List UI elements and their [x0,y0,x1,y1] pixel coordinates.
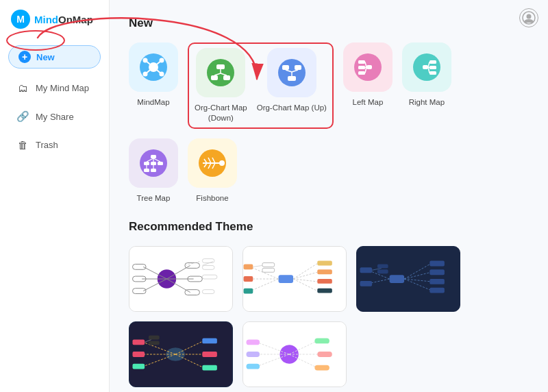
svg-rect-144 [247,364,260,369]
map-card-tree-map[interactable]: Tree Map [129,138,178,204]
map-card-left-map[interactable]: Left Map [343,42,393,129]
map-card-org-chart-up[interactable]: Org-Chart Map (Up) [257,48,327,123]
right-map-icon [412,52,442,82]
svg-rect-28 [358,71,365,75]
user-avatar[interactable] [519,8,538,27]
sidebar-item-my-share[interactable]: 🔗 My Share [5,103,103,130]
svg-rect-125 [133,339,145,345]
svg-rect-96 [317,289,332,293]
sidebar-item-label: My Mind Map [36,83,89,93]
svg-rect-82 [279,275,294,283]
new-label: New [36,52,55,62]
svg-rect-12 [211,75,218,80]
main-content: New [110,0,548,392]
svg-point-149 [527,14,532,19]
svg-rect-108 [360,267,373,273]
svg-rect-27 [358,66,365,69]
theme-4-preview [129,322,232,387]
svg-rect-142 [247,339,260,345]
svg-rect-92 [244,289,253,294]
svg-rect-128 [202,338,217,343]
plus-icon: + [18,51,31,63]
mind-map-icon: 🗂 [16,82,29,94]
svg-rect-113 [429,288,445,293]
svg-rect-112 [429,279,445,284]
map-card-mindmap[interactable]: MindMap [129,42,178,129]
theme-card-5[interactable] [242,321,347,387]
svg-rect-90 [244,264,253,269]
svg-rect-44 [158,162,163,165]
org-chart-down-icon-wrap [196,48,245,97]
svg-rect-95 [317,279,332,284]
map-grid: MindMap [129,42,529,129]
svg-rect-115 [377,264,388,268]
left-map-icon [353,52,383,82]
map-card-org-chart-down[interactable]: Org-Chart Map(Down) [195,48,247,123]
org-chart-down-label: Org-Chart Map(Down) [195,103,247,123]
right-map-label: Right Map [409,97,445,108]
svg-rect-109 [360,281,373,286]
mindmap-icon [138,52,169,82]
svg-rect-147 [314,365,329,370]
fishbone-icon-wrap [188,138,237,188]
svg-point-60 [219,160,225,166]
tree-map-label: Tree Map [137,193,171,204]
svg-rect-116 [377,269,388,273]
org-chart-up-icon [277,58,307,88]
tree-map-icon-wrap [129,138,178,188]
svg-point-8 [143,72,148,77]
svg-rect-130 [202,365,217,370]
svg-rect-133 [149,341,160,345]
svg-rect-132 [149,335,160,339]
share-icon: 🔗 [16,110,29,123]
recommended-section-title: Recommended Theme [129,220,529,234]
svg-rect-111 [429,269,445,275]
svg-rect-143 [247,352,260,357]
sidebar-item-trash[interactable]: 🗑 Trash [5,132,103,158]
fishbone-icon [197,148,227,178]
theme-2-preview [243,247,346,311]
svg-rect-43 [151,162,156,165]
svg-rect-101 [390,275,405,283]
svg-rect-100 [358,247,460,311]
map-card-fishbone[interactable]: Fishbone [188,138,237,204]
theme-3-preview [357,247,460,311]
mindmap-label: MindMap [137,97,169,108]
new-button[interactable]: + New [8,45,101,69]
svg-point-7 [160,58,164,63]
svg-rect-110 [429,260,445,266]
right-map-icon-wrap [402,42,451,92]
svg-rect-41 [151,155,156,158]
theme-card-2[interactable] [242,246,347,312]
theme-card-3[interactable] [356,246,460,312]
sidebar: M MindOnMap + New 🗂 My Mind Map 🔗 My Sha… [0,0,110,392]
svg-rect-46 [151,169,156,172]
sidebar-item-my-mind-map[interactable]: 🗂 My Mind Map [5,75,103,101]
theme-card-4[interactable] [129,321,233,387]
map-grid-row2: Tree Map Fish [129,138,529,204]
svg-rect-91 [244,276,253,282]
svg-rect-45 [144,169,149,172]
svg-rect-42 [144,162,149,165]
sidebar-item-label: Trash [36,140,58,150]
theme-card-1[interactable] [129,246,233,312]
svg-rect-25 [366,65,372,69]
svg-point-6 [143,58,148,63]
user-icon [522,11,536,25]
svg-rect-146 [317,352,332,357]
svg-rect-35 [429,66,436,69]
logo: M MindOnMap [0,0,109,38]
svg-rect-94 [317,269,332,274]
left-map-icon-wrap [343,42,393,92]
theme-grid [129,246,529,387]
org-chart-down-icon [206,58,236,88]
logo-text: MindOnMap [34,14,93,25]
svg-rect-13 [223,75,230,80]
left-map-label: Left Map [353,97,384,108]
sidebar-item-label: My Share [36,112,74,122]
new-section-title: New [129,16,529,30]
svg-rect-19 [282,65,289,70]
logo-icon: M [11,10,30,29]
map-card-right-map[interactable]: Right Map [402,42,451,129]
svg-rect-34 [429,60,436,64]
